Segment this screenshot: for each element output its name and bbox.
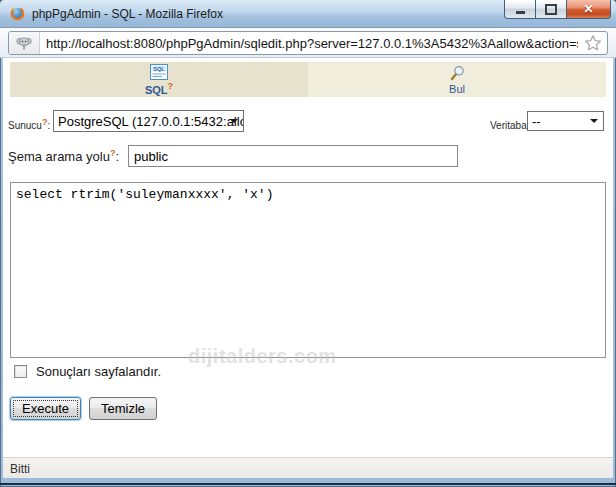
tab-sql-label: SQL? [145,81,173,96]
schema-row: Şema arama yolu?: [3,144,613,170]
phppgadmin-elephant-icon [16,35,32,51]
database-select[interactable]: -- [527,111,604,131]
firefox-window: phpPgAdmin - SQL - Mozilla Firefox ✕ [0,0,616,487]
site-identity-button[interactable] [9,32,40,54]
paginate-checkbox[interactable] [14,365,27,378]
magnifier-icon [449,65,466,82]
tab-bul-label: Bul [449,83,465,95]
chevron-down-icon [230,119,238,123]
schema-label: Şema arama yolu?: [8,148,119,164]
page-content: SQL SQL? Bul Sunucu?: PostgreSQL (127.0.… [3,58,613,457]
url-input[interactable] [40,33,584,53]
minimize-icon [516,11,525,14]
firefox-icon [10,6,25,21]
sql-query-textarea[interactable]: select rtrim('suleymanxxxx', 'x') [10,182,606,358]
status-text: Bitti [10,462,30,476]
paginate-label: Sonuçları sayfalandır. [36,364,161,379]
svg-text:SQL: SQL [153,65,165,71]
tab-bar: SQL SQL? Bul [10,62,606,97]
sql-help-icon[interactable]: ? [168,81,174,91]
navigation-toolbar [0,27,616,58]
tab-bul[interactable]: Bul [308,62,606,97]
database-select-value: -- [532,114,541,129]
tab-sql[interactable]: SQL SQL? [10,62,308,97]
close-icon: ✕ [583,3,593,15]
title-bar[interactable]: phpPgAdmin - SQL - Mozilla Firefox ✕ [0,0,616,27]
window-title: phpPgAdmin - SQL - Mozilla Firefox [32,7,223,21]
status-bar: Bitti [3,457,613,478]
window-controls: ✕ [504,0,611,19]
url-bar[interactable] [8,31,608,55]
chevron-down-icon [590,119,598,123]
server-select-value: PostgreSQL (127.0.0.1:5432:allow) [58,114,244,129]
minimize-button[interactable] [504,0,535,19]
schema-input[interactable] [128,145,458,167]
bookmark-star-icon[interactable] [584,34,602,52]
server-database-row: Sunucu?: PostgreSQL (127.0.0.1:5432:allo… [3,110,613,136]
server-label: Sunucu?: [8,117,50,131]
close-button[interactable]: ✕ [566,0,611,19]
maximize-button[interactable] [535,0,566,19]
window-bottom-edge [0,483,616,485]
maximize-icon [545,4,557,15]
paginate-row: Sonuçları sayfalandır. [14,364,161,379]
server-select[interactable]: PostgreSQL (127.0.0.1:5432:allow) [53,110,244,132]
execute-button[interactable]: Execute [10,397,81,420]
button-row: Execute Temizle [10,397,157,420]
sql-document-icon: SQL [150,64,168,80]
clear-button[interactable]: Temizle [89,397,157,420]
